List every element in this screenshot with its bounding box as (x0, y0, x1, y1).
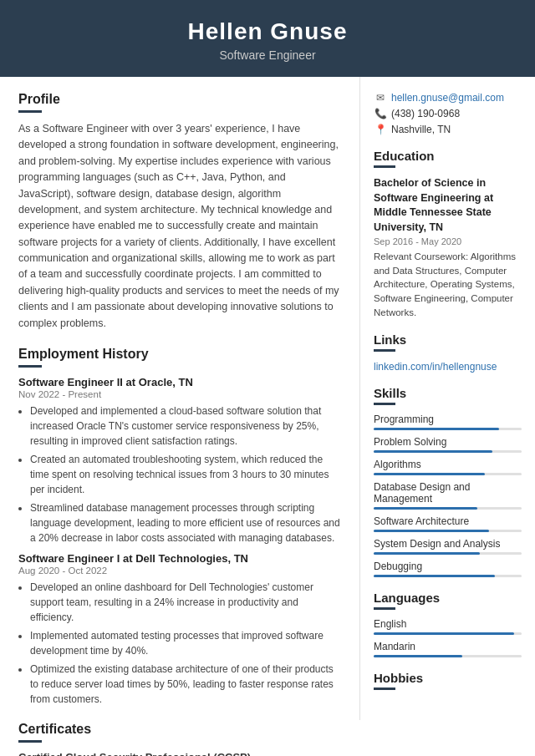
skill-item: Programming (374, 414, 522, 430)
lang-bar-bg (374, 632, 522, 635)
lang-label: Mandarin (374, 641, 522, 652)
email-icon: ✉ (374, 92, 387, 104)
languages-title: Languages (374, 591, 522, 605)
skills-section: Skills Programming Problem Solving Algor… (374, 386, 522, 577)
phone-icon: 📞 (374, 108, 387, 119)
main-layout: Profile As a Software Engineer with over… (0, 77, 535, 756)
certificates-divider (18, 740, 42, 743)
lang-bar-bg (374, 655, 522, 657)
phone-text: (438) 190-0968 (391, 108, 460, 119)
skill-label: Algorithms (374, 459, 522, 470)
email-link[interactable]: hellen.gnuse@gmail.com (391, 92, 504, 104)
skill-label: Software Architecture (374, 515, 522, 527)
skill-item: Software Architecture (374, 515, 522, 532)
job-bullet: Streamlined database management processe… (30, 500, 343, 545)
education-divider (374, 165, 395, 168)
skill-bar-fill (374, 473, 485, 475)
certificates-title: Certificates (18, 722, 343, 737)
job-item: Software Engineer II at Oracle, TN Nov 2… (18, 376, 343, 545)
skill-item: Algorithms (374, 459, 522, 475)
lang-bar-fill (374, 655, 462, 657)
skill-bar-bg (374, 575, 522, 577)
cert-name-1: Certified Cloud Security Professional (C… (18, 751, 343, 756)
skill-bar-bg (374, 552, 522, 555)
skill-bar-bg (374, 473, 522, 475)
employment-divider (18, 365, 42, 368)
contact-email: ✉ hellen.gnuse@gmail.com (374, 92, 522, 104)
skill-item: Database Design and Management (374, 481, 522, 510)
skill-bar-bg (374, 428, 522, 430)
left-column: Profile As a Software Engineer with over… (0, 77, 359, 756)
candidate-name: Hellen Gnuse (17, 18, 518, 45)
skill-bar-bg (374, 507, 522, 510)
job-date-1: Nov 2022 - Present (18, 389, 343, 399)
location-icon: 📍 (374, 124, 387, 135)
hobbies-title: Hobbies (374, 671, 522, 685)
edu-coursework: Relevant Coursework: Algorithms and Data… (374, 250, 522, 319)
links-section: Links linkedin.com/in/hellengnuse (374, 332, 522, 373)
edu-date: Sep 2016 - May 2020 (374, 236, 522, 246)
languages-divider (374, 607, 395, 610)
hobbies-section: Hobbies (374, 671, 522, 690)
education-section: Education Bachelor of Science in Softwar… (374, 149, 522, 319)
links-title: Links (374, 332, 522, 347)
skill-item: Problem Solving (374, 436, 522, 453)
skill-bar-bg (374, 530, 522, 532)
job-bullet: Developed an online dashboard for Dell T… (30, 580, 343, 625)
location-text: Nashville, TN (391, 124, 451, 135)
skill-label: Database Design and Management (374, 481, 522, 505)
resume-header: Hellen Gnuse Software Engineer (0, 0, 535, 77)
skill-label: Programming (374, 414, 522, 425)
profile-text: As a Software Engineer with over 3 years… (18, 121, 343, 332)
job-bullet: Implemented automated testing processes … (30, 628, 343, 658)
job-item: Software Engineer I at Dell Technologies… (18, 552, 343, 707)
profile-section: Profile As a Software Engineer with over… (18, 92, 343, 332)
contact-section: ✉ hellen.gnuse@gmail.com 📞 (438) 190-096… (374, 92, 522, 135)
candidate-title: Software Engineer (17, 48, 518, 62)
employment-section: Employment History Software Engineer II … (18, 347, 343, 707)
education-title: Education (374, 149, 522, 163)
certificates-section: Certificates Certified Cloud Security Pr… (18, 722, 343, 756)
skills-title: Skills (374, 386, 522, 400)
employment-title: Employment History (18, 347, 343, 362)
profile-title: Profile (18, 92, 343, 107)
hobbies-divider (374, 688, 395, 690)
skill-bar-fill (374, 575, 495, 577)
profile-divider (18, 110, 42, 113)
job-bullet: Developed and implemented a cloud-based … (30, 403, 343, 449)
skill-bar-fill (374, 552, 480, 555)
skills-divider (374, 403, 395, 405)
skill-bar-fill (374, 507, 477, 510)
skill-item: Debugging (374, 561, 522, 577)
skill-bar-bg (374, 450, 522, 453)
job-bullet: Optimized the existing database architec… (30, 662, 343, 707)
job-date-2: Aug 2020 - Oct 2022 (18, 566, 343, 576)
job-title-2: Software Engineer I at Dell Technologies… (18, 552, 343, 565)
lang-bar-fill (374, 632, 514, 635)
right-column: ✉ hellen.gnuse@gmail.com 📞 (438) 190-096… (359, 77, 535, 720)
skill-label: Problem Solving (374, 436, 522, 448)
cert-item: Certified Cloud Security Professional (C… (18, 751, 343, 756)
languages-list: English Mandarin (374, 618, 522, 657)
language-item: Mandarin (374, 641, 522, 657)
skill-label: System Design and Analysis (374, 538, 522, 550)
skill-bar-fill (374, 428, 499, 430)
skills-list: Programming Problem Solving Algorithms D… (374, 414, 522, 577)
languages-section: Languages English Mandarin (374, 591, 522, 657)
skill-bar-fill (374, 450, 492, 453)
language-item: English (374, 618, 522, 635)
linkedin-link[interactable]: linkedin.com/in/hellengnuse (374, 361, 497, 373)
job-bullets-2: Developed an online dashboard for Dell T… (18, 580, 343, 707)
links-divider (374, 349, 395, 352)
job-title-1: Software Engineer II at Oracle, TN (18, 376, 343, 388)
lang-label: English (374, 618, 522, 630)
edu-degree: Bachelor of Science in Software Engineer… (374, 176, 522, 235)
skill-item: System Design and Analysis (374, 538, 522, 555)
job-bullets-1: Developed and implemented a cloud-based … (18, 403, 343, 545)
contact-location: 📍 Nashville, TN (374, 124, 522, 135)
skill-bar-fill (374, 530, 489, 532)
skill-label: Debugging (374, 561, 522, 572)
contact-phone: 📞 (438) 190-0968 (374, 108, 522, 119)
job-bullet: Created an automated troubleshooting sys… (30, 452, 343, 497)
